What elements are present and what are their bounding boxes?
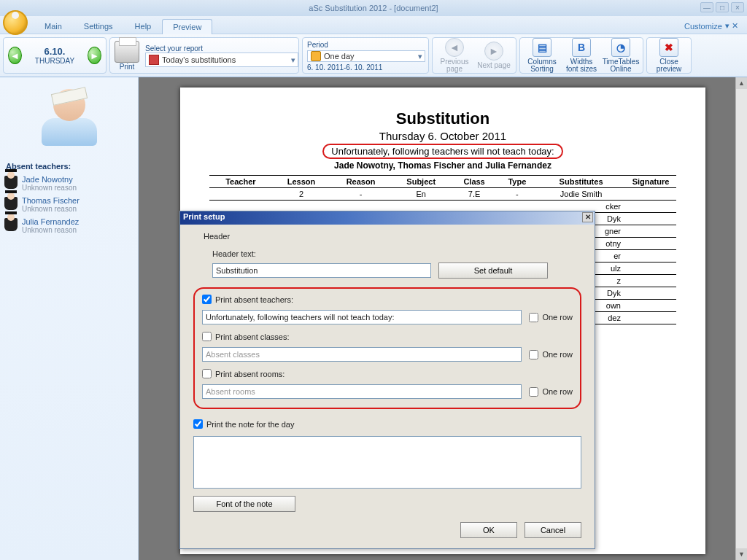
absent-teachers-text-input[interactable] bbox=[202, 310, 522, 324]
print-note-checkbox[interactable]: Print the note for the day bbox=[193, 419, 294, 429]
absent-classes-text-input[interactable] bbox=[202, 347, 522, 362]
tab-settings[interactable]: Settings bbox=[73, 18, 124, 34]
menu-bar: Main Settings Help Preview Customize▾ ✕ bbox=[0, 16, 747, 34]
print-label: Print bbox=[115, 63, 139, 71]
chevron-down-icon: ▾ bbox=[291, 55, 295, 65]
report-date: Thursday 6. October 2011 bbox=[209, 130, 676, 142]
absent-teachers-line: Unfortunately, following teachers will n… bbox=[322, 144, 562, 159]
date-nav-group: ◄ 6.10. THURSDAY ► bbox=[3, 37, 107, 74]
timetables-online-button[interactable]: ◔ TimeTables Online bbox=[603, 38, 638, 73]
prev-page-button[interactable]: ◄ Previous page bbox=[437, 38, 472, 73]
close-preview-button[interactable]: ✖ Close preview bbox=[651, 38, 686, 73]
title-bar: aSc Substitution 2012 - [document2] — □ … bbox=[0, 0, 747, 16]
close-window-button[interactable]: × bbox=[731, 2, 744, 12]
prev-day-button[interactable]: ◄ bbox=[8, 47, 22, 64]
absent-rooms-text-input[interactable] bbox=[202, 384, 522, 399]
col-teacher: Teacher bbox=[209, 176, 272, 188]
set-default-button[interactable]: Set default bbox=[438, 262, 548, 279]
col-class: Class bbox=[452, 176, 498, 188]
teacher-icon bbox=[4, 218, 18, 231]
col-subject: Subject bbox=[391, 176, 452, 188]
table-row: 2 - En 7.E - Jodie Smith bbox=[209, 188, 676, 201]
col-lesson: Lesson bbox=[272, 176, 330, 188]
app-title: aSc Substitution 2012 - [document2] bbox=[309, 4, 438, 12]
page-nav-group: ◄ Previous page ► Next page bbox=[432, 37, 516, 74]
dialog-title: Print setup ✕ bbox=[180, 211, 595, 225]
vertical-scrollbar[interactable]: ▲ ▼ bbox=[735, 77, 747, 560]
dialog-close-button[interactable]: ✕ bbox=[582, 212, 593, 222]
header-text-input[interactable] bbox=[212, 263, 431, 278]
close-icon: ✖ bbox=[659, 38, 678, 57]
scroll-down-button[interactable]: ▼ bbox=[736, 548, 747, 560]
absent-teachers-header: Absent teachers: bbox=[6, 162, 133, 171]
col-signature: Signature bbox=[625, 176, 676, 188]
tools-group: ▤ Columns Sorting B Widths font sizes ◔ … bbox=[519, 37, 643, 74]
one-row-rooms-checkbox[interactable]: One row bbox=[529, 387, 573, 397]
select-report-label: Select your report bbox=[145, 44, 298, 52]
calendar-icon bbox=[311, 51, 321, 61]
absent-teacher-item[interactable]: Jade NowotnyUnknown reason bbox=[4, 175, 133, 192]
tab-preview[interactable]: Preview bbox=[162, 19, 212, 34]
widths-fonts-button[interactable]: B Widths font sizes bbox=[564, 38, 599, 73]
width-icon: B bbox=[572, 38, 591, 57]
ribbon: ◄ 6.10. THURSDAY ► Print Select your rep… bbox=[0, 34, 747, 77]
cancel-button[interactable]: Cancel bbox=[525, 522, 581, 538]
scroll-up-button[interactable]: ▲ bbox=[736, 77, 747, 89]
print-absent-rooms-checkbox[interactable]: Print absent rooms: bbox=[202, 369, 285, 378]
report-title: Substitution bbox=[209, 109, 676, 128]
chevron-down-icon: ▾ ✕ bbox=[725, 21, 738, 31]
minimize-button[interactable]: — bbox=[700, 2, 713, 12]
columns-sorting-button[interactable]: ▤ Columns Sorting bbox=[525, 38, 560, 73]
absent-teachers-names: Jade Nowotny, Thomas Fischer and Julia F… bbox=[209, 160, 676, 171]
ok-button[interactable]: OK bbox=[460, 522, 517, 538]
absent-options-highlight: Print absent teachers: One row Print abs… bbox=[193, 287, 581, 409]
next-day-button[interactable]: ► bbox=[88, 47, 101, 64]
columns-icon: ▤ bbox=[533, 38, 551, 57]
arrow-left-icon: ◄ bbox=[445, 38, 464, 57]
col-type: Type bbox=[498, 176, 538, 188]
report-icon bbox=[149, 55, 159, 65]
print-setup-dialog: Print setup ✕ Header Header text: Set de… bbox=[179, 211, 595, 549]
period-combo[interactable]: One day ▾ bbox=[307, 50, 425, 62]
clock-icon: ◔ bbox=[611, 38, 630, 57]
absent-teacher-item[interactable]: Thomas FischerUnknown reason bbox=[4, 196, 133, 213]
teacher-icon bbox=[4, 176, 18, 189]
close-group: ✖ Close preview bbox=[646, 37, 692, 74]
sidebar: Absent teachers: Jade NowotnyUnknown rea… bbox=[0, 77, 139, 560]
tab-main[interactable]: Main bbox=[34, 18, 73, 34]
period-label: Period bbox=[307, 41, 328, 49]
font-of-note-button[interactable]: Font of the note bbox=[193, 496, 295, 512]
period-group: Period One day ▾ 6. 10. 2011-6. 10. 2011 bbox=[302, 37, 429, 74]
col-reason: Reason bbox=[330, 176, 391, 188]
header-text-label: Header text: bbox=[212, 249, 581, 258]
customize-menu[interactable]: Customize▾ ✕ bbox=[678, 18, 744, 34]
current-date: 6.10. THURSDAY bbox=[35, 46, 74, 65]
one-row-teachers-checkbox[interactable]: One row bbox=[529, 313, 573, 322]
next-page-button[interactable]: ► Next page bbox=[476, 42, 511, 69]
arrow-right-icon: ► bbox=[484, 42, 503, 61]
header-group-label: Header bbox=[204, 232, 581, 241]
print-absent-teachers-checkbox[interactable]: Print absent teachers: bbox=[202, 295, 293, 304]
report-combo[interactable]: Today's substitutions ▾ bbox=[145, 52, 298, 67]
note-textarea[interactable] bbox=[193, 436, 581, 489]
one-row-classes-checkbox[interactable]: One row bbox=[529, 350, 573, 359]
period-range: 6. 10. 2011-6. 10. 2011 bbox=[307, 63, 382, 71]
chevron-down-icon: ▾ bbox=[418, 52, 422, 61]
col-substitutes: Substitutes bbox=[537, 176, 625, 188]
printer-icon[interactable] bbox=[115, 41, 139, 63]
maximize-button[interactable]: □ bbox=[716, 2, 729, 12]
app-logo-icon bbox=[3, 10, 28, 35]
print-group: Print Select your report Today's substit… bbox=[109, 37, 299, 74]
print-absent-classes-checkbox[interactable]: Print absent classes: bbox=[202, 332, 290, 341]
absent-teacher-item[interactable]: Julia FernandezUnknown reason bbox=[4, 217, 133, 234]
absent-avatar-icon bbox=[40, 89, 98, 147]
teacher-icon bbox=[4, 197, 18, 210]
tab-help[interactable]: Help bbox=[124, 18, 163, 34]
